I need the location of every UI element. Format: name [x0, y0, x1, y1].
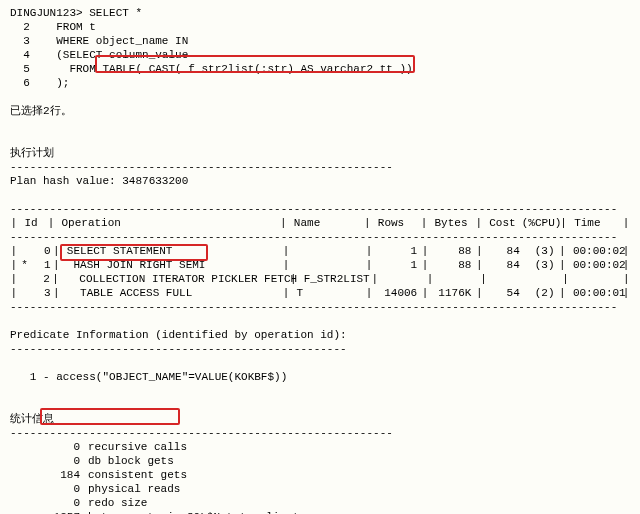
plan-op-highlighted: HASH JOIN RIGHT SEMI [67, 259, 206, 271]
plan-id: 3 [31, 286, 52, 300]
plan-cpu: (3) [522, 244, 559, 258]
stat-label: recursive calls [88, 440, 630, 454]
divider: ----------------------------------------… [10, 426, 630, 440]
plan-time: 00:00:01 [573, 287, 626, 299]
stat-value: 0 [10, 496, 88, 510]
plan-hash-value: 3487633200 [122, 175, 188, 187]
stat-label: db block gets [88, 454, 630, 468]
stat-value: 0 [10, 454, 88, 468]
sqlplus-output: DINGJUN123> SELECT * 2 FROM t 3 WHERE ob… [0, 0, 640, 514]
plan-star [18, 286, 32, 300]
sql-lineno: 2 [23, 21, 30, 33]
col-time-label: Time [574, 217, 600, 229]
plan-bytes [434, 272, 480, 286]
plan-time: 00:00:02 [573, 259, 626, 271]
col-name-label: Name [294, 217, 320, 229]
plan-bottom-border: ----------------------------------------… [10, 300, 630, 314]
plan-bytes: 88 [429, 244, 475, 258]
sql-lineno: 6 [23, 77, 30, 89]
predicate-text: 1 - access("OBJECT_NAME"=VALUE(KOKBF$)) [30, 371, 287, 383]
stat-value: 184 [10, 468, 88, 482]
plan-id: 1 [31, 258, 52, 272]
plan-mid-border: ----------------------------------------… [10, 230, 630, 244]
col-op-label: Operation [62, 217, 121, 229]
sql-line: FROM [69, 63, 95, 75]
plan-cost: 54 [483, 286, 522, 300]
statistics-title: 统计信息 [10, 412, 630, 426]
col-rows-label: Rows [378, 217, 404, 229]
stat-row-highlighted: 184consistent gets [10, 468, 630, 482]
plan-rows: 1 [373, 258, 421, 272]
plan-rows: 1 [373, 244, 421, 258]
plan-top-border: ----------------------------------------… [10, 202, 630, 216]
stat-value: 1257 [10, 510, 88, 514]
plan-op: TABLE ACCESS FULL [67, 287, 192, 299]
plan-row: | 0| SELECT STATEMENT| |1|88|84(3)| 00:0… [10, 244, 630, 258]
plan-header-row: | Id | Operation | Name | Rows | Bytes |… [10, 216, 630, 230]
predicate-info-title: Predicate Information (identified by ope… [10, 328, 630, 342]
stat-label: bytes sent via SQL*Net to client [88, 510, 630, 514]
plan-rows: 14006 [373, 286, 421, 300]
plan-cpu [525, 272, 561, 286]
sql-lineno: 3 [23, 35, 30, 47]
plan-row: | 2| COLLECTION ITERATOR PICKLER FETCH| … [10, 272, 630, 286]
plan-hash-label: Plan hash value: [10, 175, 116, 187]
plan-cost: 84 [483, 244, 522, 258]
col-bytes-label: Bytes [435, 217, 468, 229]
plan-name: F_STR2LIST [304, 273, 370, 285]
plan-id: 0 [31, 244, 52, 258]
plan-name: T [296, 287, 303, 299]
sql-line: ); [56, 77, 69, 89]
plan-cpu: (3) [522, 258, 559, 272]
plan-hash: Plan hash value: 3487633200 [10, 174, 630, 188]
plan-row: | 3| TABLE ACCESS FULL| T|14006|1176K|54… [10, 286, 630, 300]
stat-row: 1257bytes sent via SQL*Net to client [10, 510, 630, 514]
plan-time: 00:00:02 [573, 245, 626, 257]
predicate-line: 1 - access("OBJECT_NAME"=VALUE(KOKBF$)) [10, 370, 630, 384]
sql-line: WHERE object_name IN [56, 35, 188, 47]
plan-cost [487, 272, 525, 286]
col-cpu-label: (%CPU) [522, 217, 562, 229]
plan-star: * [18, 258, 32, 272]
stat-row: 0recursive calls [10, 440, 630, 454]
plan-body: | 0| SELECT STATEMENT| |1|88|84(3)| 00:0… [10, 244, 630, 300]
plan-op: SELECT STATEMENT [67, 245, 173, 257]
stat-row: 0db block gets [10, 454, 630, 468]
sql-lineno: 5 [23, 63, 30, 75]
sql-block: DINGJUN123> SELECT * 2 FROM t 3 WHERE ob… [10, 6, 630, 90]
stat-row: 0redo size [10, 496, 630, 510]
stat-label: consistent gets [88, 468, 630, 482]
plan-id: 2 [31, 272, 52, 286]
sql-line-highlighted: TABLE( CAST( f_str2list(:str) AS varchar… [102, 63, 412, 75]
plan-bytes: 1176K [429, 286, 475, 300]
plan-rows [379, 272, 427, 286]
sql-prompt: DINGJUN123> [10, 7, 83, 19]
plan-star [18, 272, 31, 286]
plan-op: COLLECTION ITERATOR PICKLER FETCH [66, 273, 297, 285]
col-id-label: Id [24, 217, 37, 229]
col-cost-label: Cost [489, 217, 515, 229]
divider: ----------------------------------------… [10, 160, 630, 174]
sql-l1: SELECT * [89, 7, 142, 19]
plan-star [18, 244, 32, 258]
stat-label: redo size [88, 496, 630, 510]
statistics-block: 0recursive calls 0db block gets 184consi… [10, 440, 630, 514]
execution-plan-title: 执行计划 [10, 146, 630, 160]
rows-selected-message: 已选择2行。 [10, 104, 630, 118]
plan-row: |*1| HASH JOIN RIGHT SEMI| |1|88|84(3)| … [10, 258, 630, 272]
sql-line: FROM t [56, 21, 96, 33]
sql-lineno: 4 [23, 49, 30, 61]
divider: ----------------------------------------… [10, 342, 630, 356]
stat-label: physical reads [88, 482, 630, 496]
stat-value: 0 [10, 482, 88, 496]
sql-line: (SELECT column_value [56, 49, 188, 61]
stat-value: 0 [10, 440, 88, 454]
plan-cpu: (2) [522, 286, 559, 300]
plan-cost: 84 [483, 258, 522, 272]
stat-row: 0physical reads [10, 482, 630, 496]
plan-bytes: 88 [429, 258, 475, 272]
